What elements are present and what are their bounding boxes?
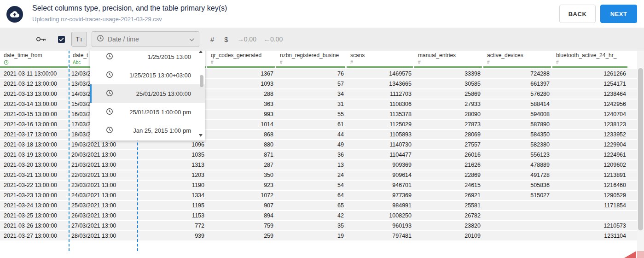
- table-cell: 1334: [138, 191, 207, 200]
- table-cell: 984991: [347, 201, 414, 210]
- format-option-label: 25/01/2015 1:00:00 pm: [129, 109, 191, 116]
- column-header-nzbn_registered_busine[interactable]: nzbn_registered_busine#: [276, 51, 347, 69]
- table-cell: 61: [276, 120, 347, 129]
- table-cell: 2021-03-13 13:00:00: [0, 89, 69, 99]
- column-header-active_devices[interactable]: active_devices#: [483, 51, 552, 69]
- upload-cloud-icon: [6, 6, 23, 23]
- table-cell: 1140730: [347, 140, 414, 149]
- table-cell: 1105893: [347, 130, 414, 139]
- currency-type-button[interactable]: $: [224, 35, 228, 43]
- decrease-precision-button[interactable]: ←0.00: [264, 35, 283, 43]
- table-cell: 1108306: [347, 100, 414, 109]
- number-type-button[interactable]: #: [210, 35, 214, 43]
- table-row: 2021-03-26 13:00:0027/03/2021 13:0077275…: [0, 221, 637, 230]
- datetime-format-option[interactable]: 25/01/2015 1:00:00 pm: [90, 103, 205, 121]
- table-cell: 1195: [138, 201, 207, 210]
- menu-scrollbar-thumb[interactable]: [200, 75, 203, 87]
- table-cell: 34: [276, 89, 347, 99]
- datetime-format-menu: 1/25/2015 13:001/25/2015 13:00+03:0025/0…: [90, 47, 205, 141]
- csv-upload-wizard: Select columns type, precision, and the …: [0, 0, 644, 258]
- table-cell: 2021-03-23 13:00:00: [0, 191, 69, 200]
- text-type-button[interactable]: Tт: [71, 32, 87, 47]
- table-cell: 28090: [414, 110, 483, 119]
- table-cell: 1216460: [552, 181, 629, 190]
- column-name: bluetooth_active_24_hr_: [556, 52, 629, 59]
- column-type-label: #: [556, 60, 629, 66]
- table-cell: 1238123: [552, 120, 629, 129]
- column-header-manual_entries[interactable]: manual_entries#: [414, 51, 483, 69]
- table-cell: 24615: [414, 181, 483, 190]
- clock-icon: [106, 108, 113, 117]
- column-header-date_time_from[interactable]: date_time_from: [0, 51, 69, 69]
- datetime-type-dropdown[interactable]: Date / time: [92, 31, 199, 47]
- table-cell: 1233952: [552, 130, 629, 139]
- table-cell: 1035: [138, 150, 207, 159]
- table-cell: 1469575: [347, 69, 414, 78]
- column-type-label: #: [280, 60, 347, 66]
- table-cell: 28/03/2021 13:00: [69, 231, 138, 240]
- table-cell: 759: [207, 221, 276, 230]
- column-quality-bar: [552, 66, 627, 68]
- column-name: qr_codes_generated: [211, 52, 276, 59]
- table-cell: 1261266: [552, 69, 629, 78]
- table-cell: 2021-03-16 13:00:00: [0, 120, 69, 129]
- back-button[interactable]: BACK: [559, 5, 596, 23]
- vertical-scrollbar[interactable]: [637, 51, 644, 251]
- table-cell: 909614: [347, 170, 414, 180]
- table-cell: 1343665: [347, 79, 414, 88]
- table-cell: 20109: [414, 231, 483, 240]
- table-cell: 1210573: [552, 221, 629, 230]
- vertical-scrollbar-thumb[interactable]: [638, 68, 643, 230]
- table-cell: 363: [207, 100, 276, 109]
- format-option-label: 25/01/2015 13:00:00: [136, 90, 191, 97]
- clock-icon: [106, 71, 113, 80]
- table-cell: 1213891: [552, 170, 629, 180]
- table-cell: 2021-03-12 13:00:00: [0, 79, 69, 88]
- column-header-bluetooth_active_24_hr_[interactable]: bluetooth_active_24_hr_#: [552, 51, 629, 69]
- table-cell: 23820: [414, 221, 483, 230]
- table-cell: 594008: [483, 110, 552, 119]
- table-cell: 24/03/2021 13:00: [69, 191, 138, 200]
- format-option-label: Jan 25, 2015 1:00 pm: [133, 127, 191, 134]
- table-cell: 36: [276, 150, 347, 159]
- datetime-format-option[interactable]: Jan 25, 2015 1:00 pm: [90, 121, 205, 140]
- table-cell: 1153: [138, 211, 207, 220]
- column-name: manual_entries: [418, 52, 483, 59]
- primary-key-icon[interactable]: [36, 36, 46, 42]
- table-row: 2021-03-22 13:00:0023/03/2021 13:0011909…: [0, 181, 637, 190]
- table-cell: 25869: [414, 89, 483, 99]
- column-header-scans[interactable]: scans#: [347, 51, 414, 69]
- table-cell: 894: [207, 211, 276, 220]
- primary-key-checkbox[interactable]: [58, 36, 65, 43]
- column-header-qr_codes_generated[interactable]: qr_codes_generated#: [207, 51, 276, 69]
- table-cell: [483, 211, 552, 220]
- next-button[interactable]: NEXT: [600, 5, 637, 23]
- table-row: 2021-03-18 13:00:0019/03/2021 13:0010968…: [0, 140, 637, 149]
- column-type-toolbar: Tт Date / time # $ →0.00 ←0.00: [0, 28, 644, 51]
- table-cell: 1290529: [552, 191, 629, 200]
- menu-scroll-down-icon[interactable]: [199, 134, 203, 137]
- table-cell: 1171854: [552, 201, 629, 210]
- table-cell: 1203: [138, 170, 207, 180]
- table-cell: 25581: [414, 201, 483, 210]
- increase-precision-button[interactable]: →0.00: [238, 35, 256, 43]
- table-cell: 20/03/2021 13:00: [69, 150, 138, 159]
- table-cell: 1238464: [552, 89, 629, 99]
- table-row: 2021-03-25 13:00:0026/03/2021 13:0011538…: [0, 211, 637, 220]
- column-name: scans: [350, 52, 414, 59]
- table-cell: 505836: [483, 181, 552, 190]
- column-quality-bar: [483, 66, 551, 68]
- datetime-format-option[interactable]: 25/01/2015 13:00:00: [90, 84, 205, 103]
- column-type-label: #: [487, 60, 552, 66]
- table-cell: 584350: [483, 130, 552, 139]
- table-cell: 288: [207, 89, 276, 99]
- column-name: active_devices: [487, 52, 552, 59]
- table-cell: 2021-03-15 13:00:00: [0, 110, 69, 119]
- table-cell: 1242956: [552, 100, 629, 109]
- table-cell: 26782: [414, 211, 483, 220]
- table-cell: 2021-03-21 13:00:00: [0, 170, 69, 180]
- datetime-format-option[interactable]: 1/25/2015 13:00+03:00: [90, 66, 205, 84]
- table-cell: 1240704: [552, 110, 629, 119]
- column-type-label: #: [350, 60, 414, 66]
- table-cell: 1229904: [552, 140, 629, 149]
